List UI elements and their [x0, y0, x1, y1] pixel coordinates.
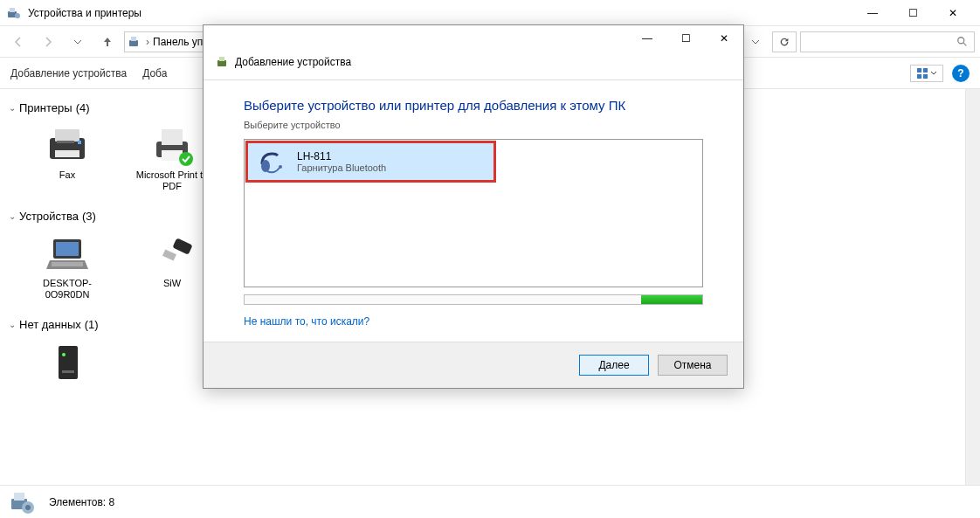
maximize-button[interactable]: ☐ [893, 0, 933, 26]
forward-button[interactable] [35, 31, 61, 53]
dialog-title: Добавление устройства [235, 56, 351, 68]
chevron-down-icon: ⌄ [9, 320, 16, 329]
svg-rect-33 [219, 57, 224, 61]
device-label: Microsoft Print to PDF [133, 169, 211, 192]
headset-icon [257, 148, 288, 175]
svg-rect-25 [59, 346, 78, 379]
status-bar: Элементов: 8 [0, 485, 980, 518]
group-label: Нет данных [19, 318, 81, 331]
device-list: LH-811 Гарнитура Bluetooth [244, 139, 703, 287]
not-found-link[interactable]: Не нашли то, что искали? [244, 315, 369, 328]
printer-icon [148, 124, 197, 166]
breadcrumb-dropdown[interactable] [742, 31, 769, 53]
svg-rect-22 [52, 262, 83, 266]
close-button[interactable]: ✕ [933, 0, 973, 26]
tower-icon [43, 341, 92, 383]
device-label: Fax [59, 169, 75, 181]
svg-rect-15 [57, 141, 74, 143]
device-ms-print-pdf[interactable]: Microsoft Print to PDF [133, 124, 211, 192]
dialog-subheading: Выберите устройство [244, 120, 703, 130]
svg-point-26 [62, 353, 66, 356]
breadcrumb-text: Панель упр [153, 36, 209, 48]
svg-rect-23 [172, 238, 192, 254]
recent-dropdown[interactable] [65, 31, 91, 53]
svg-rect-7 [917, 68, 921, 73]
device-entry-name: LH-811 [297, 150, 386, 162]
svg-rect-29 [14, 493, 24, 501]
help-button[interactable]: ? [952, 65, 970, 82]
svg-rect-9 [917, 74, 921, 79]
device-desktop[interactable]: DESKTOP-0O9R0DN [28, 232, 107, 300]
not-found-link-row: Не нашли то, что искали? [244, 315, 703, 328]
svg-rect-3 [129, 40, 138, 46]
window-title: Устройства и принтеры [28, 7, 852, 19]
status-text: Элементов: 8 [49, 496, 114, 508]
svg-point-35 [279, 165, 282, 169]
svg-rect-32 [217, 60, 226, 66]
status-count: 8 [109, 496, 115, 508]
svg-point-19 [179, 152, 193, 166]
back-button[interactable] [5, 31, 31, 53]
svg-rect-24 [162, 249, 176, 260]
toolbar-add-device[interactable]: Добавление устройства [10, 67, 127, 79]
group-count: (1) [85, 318, 99, 331]
group-count: (4) [76, 101, 90, 114]
dialog-heading: Выберите устройство или принтер для доба… [244, 98, 703, 113]
up-button[interactable] [94, 31, 121, 53]
breadcrumb-icon [128, 35, 142, 49]
device-label: DESKTOP-0O9R0DN [28, 278, 107, 300]
group-label: Принтеры [19, 101, 72, 114]
statusbar-icon [9, 488, 37, 516]
dialog-maximize-button[interactable]: ☐ [666, 26, 705, 51]
svg-point-34 [261, 160, 270, 172]
device-siw[interactable]: SiW [133, 232, 211, 300]
chevron-down-icon [930, 70, 937, 77]
fax-icon [43, 124, 92, 166]
svg-rect-21 [56, 242, 79, 256]
device-entry-lh811[interactable]: LH-811 Гарнитура Bluetooth [245, 141, 496, 183]
svg-line-6 [963, 42, 967, 45]
next-button[interactable]: Далее [579, 355, 649, 376]
svg-rect-13 [55, 150, 79, 157]
dialog-body: Выберите устройство или принтер для доба… [204, 80, 743, 342]
vertical-scrollbar[interactable] [965, 89, 980, 485]
view-icon [916, 67, 928, 79]
svg-rect-12 [55, 129, 79, 142]
cancel-button[interactable]: Отмена [658, 355, 728, 376]
window-titlebar: Устройства и принтеры — ☐ ✕ [0, 0, 980, 26]
search-input[interactable] [806, 36, 956, 48]
dialog-header: Добавление устройства [204, 52, 743, 80]
search-progress [244, 294, 703, 305]
device-label: SiW [163, 278, 181, 289]
svg-point-2 [15, 13, 20, 18]
progress-bar-fill [641, 295, 702, 304]
svg-rect-10 [923, 74, 928, 79]
toolbar-add-printer[interactable]: Доба [142, 67, 167, 79]
svg-rect-1 [10, 8, 15, 12]
minimize-button[interactable]: — [852, 0, 893, 26]
usb-icon [148, 232, 197, 274]
dialog-icon [216, 55, 230, 69]
dialog-close-button[interactable]: ✕ [705, 26, 743, 51]
dialog-minimize-button[interactable]: — [628, 26, 666, 51]
device-entry-type: Гарнитура Bluetooth [297, 162, 386, 173]
group-count: (3) [82, 210, 96, 223]
svg-rect-27 [62, 370, 74, 373]
window-icon [7, 6, 21, 20]
dialog-titlebar: — ☐ ✕ [204, 25, 743, 52]
group-label: Устройства [19, 210, 79, 223]
device-unknown[interactable] [28, 341, 107, 383]
view-mode-button[interactable] [910, 65, 943, 82]
add-device-dialog: — ☐ ✕ Добавление устройства Выберите уст… [203, 24, 744, 389]
chevron-down-icon: ⌄ [9, 211, 16, 221]
refresh-button[interactable] [772, 31, 797, 52]
svg-rect-8 [923, 68, 928, 73]
search-box[interactable] [800, 31, 975, 52]
svg-rect-4 [131, 37, 136, 41]
svg-rect-17 [162, 129, 183, 145]
chevron-down-icon: ⌄ [9, 103, 16, 113]
device-fax[interactable]: Fax [28, 124, 107, 192]
status-label: Элементов: [49, 496, 106, 508]
dialog-footer: Далее Отмена [204, 342, 743, 388]
laptop-icon [43, 232, 92, 274]
